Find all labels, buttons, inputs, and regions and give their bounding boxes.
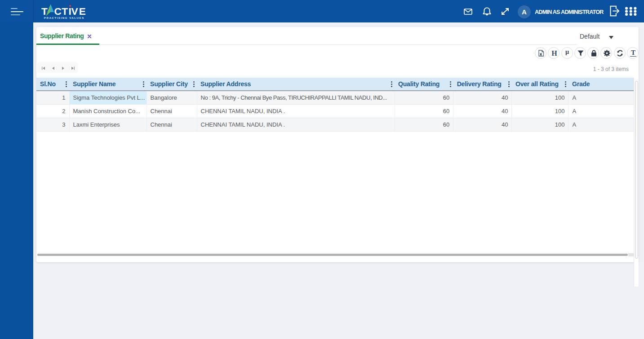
svg-text:E: E: [79, 6, 86, 17]
svg-text:PRACTISING VALUES: PRACTISING VALUES: [44, 16, 84, 19]
svg-text:T: T: [62, 6, 68, 17]
svg-text:V: V: [71, 6, 78, 17]
svg-text:C: C: [54, 6, 62, 17]
